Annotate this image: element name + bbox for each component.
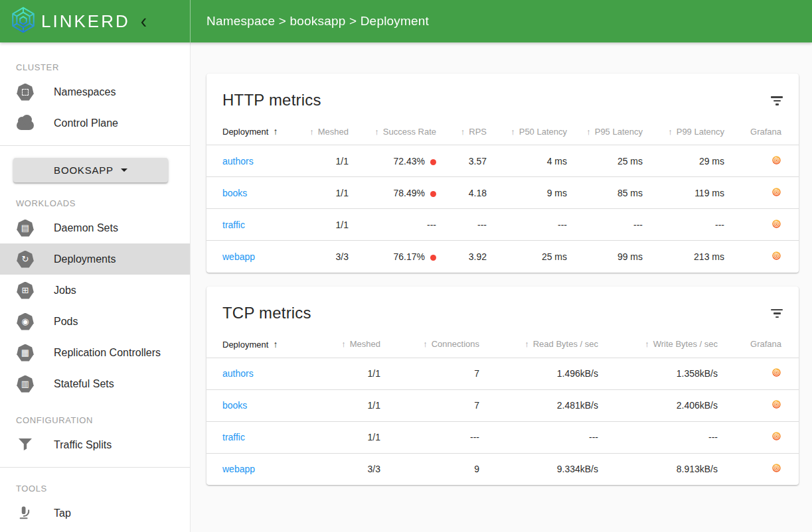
column-header-p95-latency[interactable]: P95 Latency xyxy=(567,119,643,145)
column-header-grafana: Grafana xyxy=(724,119,799,145)
success-rate-value: 78.49% xyxy=(349,177,436,209)
sort-arrow-icon xyxy=(309,127,318,137)
grafana-link[interactable] xyxy=(771,367,781,377)
namespace-selector-button[interactable]: BOOKSAPP xyxy=(13,158,168,182)
namespaces-icon xyxy=(16,83,35,101)
meshed-value: 1/1 xyxy=(302,358,380,389)
deployment-link[interactable]: webapp xyxy=(222,464,255,474)
rps-value: 3.92 xyxy=(436,241,487,273)
sort-arrow-icon xyxy=(511,127,519,137)
breadcrumb: Namespace > booksapp > Deployment xyxy=(206,14,429,29)
tcp-metrics-title: TCP metrics xyxy=(222,304,311,322)
column-header-read-bytes[interactable]: Read Bytes / sec xyxy=(479,331,598,358)
grafana-link[interactable] xyxy=(771,155,781,165)
sort-arrow-icon xyxy=(374,127,383,137)
deployment-link[interactable]: webapp xyxy=(222,251,255,262)
column-header-write-bytes[interactable]: Write Bytes / sec xyxy=(598,331,718,358)
sidebar-item-pods[interactable]: ◉ Pods xyxy=(0,306,190,337)
p95-value: 85 ms xyxy=(567,177,643,209)
sidebar-item-namespaces[interactable]: Namespaces xyxy=(0,76,190,107)
filter-icon[interactable] xyxy=(770,304,784,324)
table-row: books 1/1 78.49% 4.18 9 ms 85 ms 119 ms xyxy=(206,177,799,209)
meshed-value: 1/1 xyxy=(302,389,380,421)
p99-value: --- xyxy=(643,209,724,241)
column-header-connections[interactable]: Connections xyxy=(380,331,479,358)
tcp-metrics-card: TCP metrics Deployment Meshed Connection… xyxy=(206,287,799,486)
column-header-deployment[interactable]: Deployment xyxy=(206,331,302,358)
column-header-p99-latency[interactable]: P99 Latency xyxy=(643,119,724,145)
sidebar-item-control-plane[interactable]: Control Plane xyxy=(0,107,190,139)
table-row: webapp 3/3 9 9.334kB/s 8.913kB/s xyxy=(206,453,799,485)
table-row: webapp 3/3 76.17% 3.92 25 ms 99 ms 213 m… xyxy=(206,241,799,273)
grafana-link[interactable] xyxy=(771,463,781,473)
column-header-rps[interactable]: RPS xyxy=(436,119,487,145)
grafana-link[interactable] xyxy=(771,399,781,409)
sidebar-item-label: Pods xyxy=(54,316,78,328)
write-bytes-value: 1.358kB/s xyxy=(598,358,718,389)
meshed-value: 1/1 xyxy=(302,177,349,209)
success-rate-value: 76.17% xyxy=(349,241,436,273)
sidebar-item-label: Stateful Sets xyxy=(54,378,114,390)
sidebar-item-label: Replication Controllers xyxy=(54,347,161,359)
column-header-success-rate[interactable]: Success Rate xyxy=(349,119,436,145)
column-header-p50-latency[interactable]: P50 Latency xyxy=(487,119,567,145)
sidebar-item-label: Traffic Splits xyxy=(54,439,112,451)
status-dot xyxy=(430,255,436,261)
collapse-sidebar-icon[interactable]: ‹ xyxy=(141,13,147,30)
linkerd-logo-icon xyxy=(9,6,37,36)
sort-arrow-icon xyxy=(268,127,278,137)
table-row: books 1/1 7 2.481kB/s 2.406kB/s xyxy=(206,389,799,421)
tcp-metrics-table: Deployment Meshed Connections Read Bytes… xyxy=(206,331,799,485)
deployment-link[interactable]: books xyxy=(222,188,247,198)
deployment-link[interactable]: authors xyxy=(222,156,254,166)
connections-value: --- xyxy=(380,421,479,453)
pods-icon: ◉ xyxy=(16,312,35,331)
sidebar-item-traffic-splits[interactable]: Traffic Splits xyxy=(0,429,190,460)
sort-arrow-icon xyxy=(525,339,533,349)
status-dot xyxy=(430,191,436,197)
table-row: authors 1/1 7 1.496kB/s 1.358kB/s xyxy=(206,358,799,389)
connections-value: 7 xyxy=(380,358,479,389)
http-metrics-table: Deployment Meshed Success Rate RPS P50 L… xyxy=(206,119,799,273)
sidebar: CLUSTER Namespaces Control Plane BOOKSAP… xyxy=(0,42,191,532)
sort-arrow-icon xyxy=(668,127,677,137)
column-header-meshed[interactable]: Meshed xyxy=(302,331,380,358)
grafana-link[interactable] xyxy=(771,251,781,261)
connections-value: 9 xyxy=(380,453,479,485)
table-row: traffic 1/1 --- --- --- xyxy=(206,421,799,453)
sidebar-item-label: Namespaces xyxy=(54,86,116,98)
rps-value: 4.18 xyxy=(436,177,487,209)
sidebar-item-tap[interactable]: Tap xyxy=(0,498,190,529)
status-dot xyxy=(430,159,436,165)
home-link[interactable]: LINKERD xyxy=(9,6,130,36)
section-label-workloads: WORKLOADS xyxy=(16,198,190,208)
sidebar-item-deployments[interactable]: ↻ Deployments xyxy=(0,243,190,275)
connections-value: 7 xyxy=(380,389,479,421)
deployment-link[interactable]: books xyxy=(222,400,247,411)
grafana-link[interactable] xyxy=(771,219,781,229)
sidebar-item-daemon-sets[interactable]: ▤ Daemon Sets xyxy=(0,212,190,243)
sidebar-item-jobs[interactable]: ⊞ Jobs xyxy=(0,275,190,306)
stateful-sets-icon: ▥ xyxy=(16,375,35,393)
sidebar-item-label: Tap xyxy=(54,507,71,519)
p50-value: --- xyxy=(487,209,567,241)
p95-value: --- xyxy=(567,209,643,241)
p50-value: 9 ms xyxy=(487,177,567,209)
sort-arrow-icon xyxy=(341,339,350,349)
jobs-icon: ⊞ xyxy=(16,281,35,300)
http-metrics-title: HTTP metrics xyxy=(222,91,321,109)
cloud-icon xyxy=(16,114,35,133)
grafana-link[interactable] xyxy=(771,431,781,441)
column-header-meshed[interactable]: Meshed xyxy=(302,119,349,145)
grafana-link[interactable] xyxy=(771,187,781,197)
sidebar-item-replication-controllers[interactable]: ▦ Replication Controllers xyxy=(0,337,190,368)
filter-icon[interactable] xyxy=(770,91,784,111)
p99-value: 29 ms xyxy=(643,145,724,177)
deployment-link[interactable]: traffic xyxy=(222,220,245,230)
deployment-link[interactable]: authors xyxy=(222,368,254,379)
deployment-link[interactable]: traffic xyxy=(222,432,245,442)
read-bytes-value: 2.481kB/s xyxy=(479,389,598,421)
column-header-deployment[interactable]: Deployment xyxy=(206,119,302,145)
sidebar-item-stateful-sets[interactable]: ▥ Stateful Sets xyxy=(0,368,190,399)
section-label-configuration: CONFIGURATION xyxy=(16,415,190,425)
